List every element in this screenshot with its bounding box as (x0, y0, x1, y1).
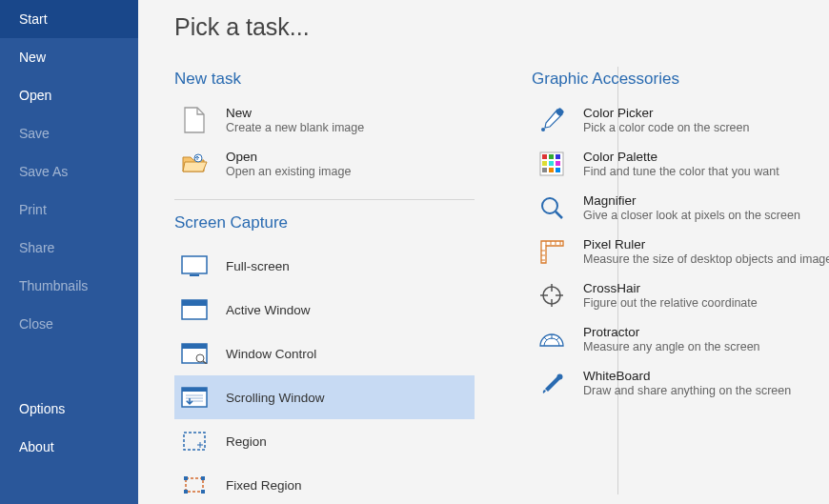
accessory-item-desc: Measure any angle on the screen (583, 340, 760, 353)
sidebar-item-save[interactable]: Save (0, 114, 138, 152)
color-palette-icon (537, 150, 566, 178)
color-picker-icon (537, 106, 566, 134)
svg-rect-31 (542, 168, 547, 172)
region-icon (180, 427, 209, 455)
sidebar-item-label: Thumbnails (19, 278, 88, 293)
fixed-region-icon (180, 471, 209, 499)
capture-item-active-window[interactable]: Active Window (174, 288, 475, 332)
svg-rect-28 (542, 161, 547, 166)
sidebar-item-save-as[interactable]: Save As (0, 152, 138, 191)
capture-item-fixed-region[interactable]: Fixed Region (174, 463, 475, 504)
section-header-new-task: New task (174, 70, 475, 89)
accessory-item-texts: Magnifier Give a closer look at pixels o… (583, 193, 800, 222)
accessory-item-pixel-ruler[interactable]: Pixel Ruler Measure the size of desktop … (532, 232, 829, 275)
capture-item-label: Window Control (226, 347, 316, 361)
sidebar-item-thumbnails[interactable]: Thumbnails (0, 267, 138, 305)
columns: New task New Create a new blank image (174, 70, 800, 504)
active-window-icon (180, 295, 209, 324)
main-wrap: Pick a task... New task (138, 0, 829, 504)
accessory-item-desc: Figure out the relative coordinate (583, 296, 758, 310)
accessory-item-texts: Color Palette Find and tune the color th… (583, 150, 779, 178)
capture-item-label: Full-screen (226, 259, 290, 273)
accessory-item-label: Pixel Ruler (583, 237, 829, 252)
accessory-item-desc: Draw and share anything on the screen (583, 384, 791, 397)
svg-rect-20 (184, 490, 188, 494)
accessory-item-desc: Measure the size of desktop objects and … (583, 252, 829, 266)
capture-item-label: Scrolling Window (226, 391, 325, 405)
task-item-new[interactable]: New Create a new blank image (174, 100, 475, 144)
sidebar: Start New Open Save Save As Print Share … (0, 0, 138, 504)
svg-rect-14 (184, 433, 205, 450)
sidebar-item-label: About (19, 439, 54, 454)
svg-rect-17 (186, 478, 203, 492)
accessory-item-label: CrossHair (583, 281, 758, 295)
app-root: Start New Open Save Save As Print Share … (0, 0, 829, 504)
column-left: New task New Create a new blank image (174, 70, 475, 504)
svg-rect-21 (201, 490, 205, 494)
task-item-texts: New Create a new blank image (226, 106, 364, 134)
sidebar-item-label: Start (19, 11, 48, 27)
sidebar-item-about[interactable]: About (0, 428, 138, 466)
svg-rect-2 (190, 274, 199, 276)
sidebar-item-label: Open (19, 88, 51, 103)
task-item-texts: Open Open an existing image (226, 150, 351, 178)
sidebar-top: Start New Open Save Save As Print Share … (0, 0, 138, 353)
accessory-item-label: Color Palette (583, 150, 779, 164)
accessory-item-texts: Color Picker Pick a color code on the sc… (583, 106, 749, 134)
capture-item-window-control[interactable]: Window Control (174, 332, 475, 375)
new-file-icon (180, 106, 209, 134)
svg-rect-29 (549, 161, 554, 166)
sidebar-item-close[interactable]: Close (0, 305, 138, 343)
pixel-ruler-icon (537, 237, 566, 266)
sidebar-item-options[interactable]: Options (0, 390, 138, 428)
task-item-label: New (226, 106, 364, 120)
svg-point-51 (557, 374, 563, 380)
section-divider (174, 199, 475, 200)
sidebar-item-new[interactable]: New (0, 38, 138, 76)
sidebar-item-label: Close (19, 316, 53, 332)
task-item-desc: Create a new blank image (226, 121, 364, 134)
whiteboard-icon (537, 369, 566, 397)
svg-rect-32 (549, 168, 554, 172)
accessory-item-desc: Give a closer look at pixels on the scre… (583, 209, 800, 222)
window-control-icon (180, 339, 209, 368)
accessory-item-desc: Find and tune the color that you want (583, 165, 779, 178)
magnifier-icon (537, 193, 566, 222)
sidebar-item-label: Save (19, 126, 50, 141)
capture-item-scrolling-window[interactable]: Scrolling Window (174, 375, 475, 419)
accessory-item-color-palette[interactable]: Color Palette Find and tune the color th… (532, 144, 829, 188)
task-item-label: Open (226, 150, 351, 164)
svg-rect-1 (182, 256, 207, 273)
svg-rect-27 (556, 154, 560, 159)
accessory-item-texts: WhiteBoard Draw and share anything on th… (583, 369, 791, 397)
crosshair-icon (537, 281, 566, 310)
svg-rect-26 (549, 154, 554, 159)
capture-item-full-screen[interactable]: Full-screen (174, 244, 475, 288)
sidebar-item-start[interactable]: Start (0, 0, 138, 38)
capture-item-label: Fixed Region (226, 478, 302, 493)
section-header-screen-capture: Screen Capture (174, 213, 475, 232)
accessory-item-magnifier[interactable]: Magnifier Give a closer look at pixels o… (532, 188, 829, 232)
sidebar-item-share[interactable]: Share (0, 229, 138, 267)
scrolling-window-icon (180, 383, 209, 412)
task-item-desc: Open an existing image (226, 165, 351, 178)
svg-point-34 (542, 198, 557, 213)
sidebar-item-label: New (19, 50, 46, 65)
column-right: Graphic Accessories Color Picker Pick a … (532, 70, 829, 504)
svg-rect-19 (201, 476, 205, 480)
task-item-open[interactable]: Open Open an existing image (174, 144, 475, 188)
accessory-item-label: Color Picker (583, 106, 749, 120)
sidebar-item-print[interactable]: Print (0, 191, 138, 229)
svg-rect-10 (182, 388, 207, 392)
sidebar-item-open[interactable]: Open (0, 76, 138, 114)
svg-rect-25 (542, 154, 547, 159)
sidebar-item-label: Share (19, 240, 54, 255)
accessory-item-crosshair[interactable]: CrossHair Figure out the relative coordi… (532, 275, 829, 319)
capture-item-region[interactable]: Region (174, 419, 475, 463)
accessory-item-whiteboard[interactable]: WhiteBoard Draw and share anything on th… (532, 363, 829, 407)
sidebar-item-label: Options (19, 401, 65, 416)
svg-rect-18 (184, 476, 188, 480)
accessory-item-protractor[interactable]: Protractor Measure any angle on the scre… (532, 319, 829, 363)
accessory-item-color-picker[interactable]: Color Picker Pick a color code on the sc… (532, 100, 829, 144)
svg-rect-4 (182, 300, 207, 306)
